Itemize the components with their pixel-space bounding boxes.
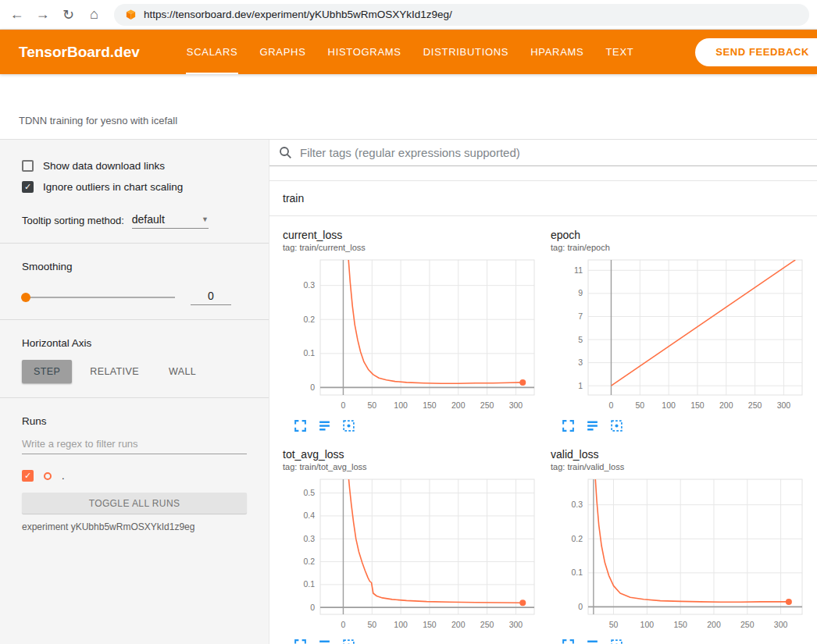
tab-hparams[interactable]: HPARAMS xyxy=(519,30,594,74)
fit-domain-icon[interactable] xyxy=(342,419,355,432)
section-header-train[interactable]: train xyxy=(269,180,817,216)
horizontal-axis-label: Horizontal Axis xyxy=(22,337,247,349)
fit-domain-icon[interactable] xyxy=(610,639,623,644)
haxis-wall-button[interactable]: WALL xyxy=(157,360,208,383)
send-feedback-button[interactable]: SEND FEEDBACK xyxy=(695,38,817,66)
run-row[interactable]: . xyxy=(22,470,247,482)
horizontal-axis-buttons: STEPRELATIVEWALL xyxy=(22,360,247,383)
tooltip-sorting-select[interactable]: default ▼ xyxy=(132,213,209,229)
haxis-step-button[interactable]: STEP xyxy=(22,360,72,383)
browser-toolbar: ← → ↻ ⌂ https://tensorboard.dev/experime… xyxy=(0,0,817,30)
run-name: . xyxy=(62,470,65,482)
svg-text:200: 200 xyxy=(451,400,466,410)
toggle-yaxis-icon[interactable] xyxy=(586,639,599,644)
svg-text:0.3: 0.3 xyxy=(303,280,315,290)
smoothing-value-input[interactable]: 0 xyxy=(191,290,231,305)
svg-text:0: 0 xyxy=(341,400,346,410)
svg-text:11: 11 xyxy=(574,265,583,275)
browser-forward-icon[interactable]: → xyxy=(30,2,55,27)
smoothing-slider[interactable] xyxy=(22,297,175,298)
checkbox-icon xyxy=(22,181,34,193)
expand-chart-icon[interactable] xyxy=(562,419,575,432)
browser-reload-icon[interactable]: ↻ xyxy=(56,2,80,27)
chart-title: current_loss xyxy=(283,229,542,241)
svg-text:300: 300 xyxy=(509,620,523,629)
run-checkbox-icon xyxy=(22,470,34,482)
svg-text:100: 100 xyxy=(640,620,655,629)
smoothing-label: Smoothing xyxy=(22,261,247,272)
smoothing-row: 0 xyxy=(22,290,247,305)
svg-text:100: 100 xyxy=(394,620,408,629)
tab-distributions[interactable]: DISTRIBUTIONS xyxy=(412,30,520,74)
tab-scalars[interactable]: SCALARS xyxy=(176,30,249,74)
chart-title: valid_loss xyxy=(551,448,810,461)
toggle-all-runs-button[interactable]: TOGGLE ALL RUNS xyxy=(22,493,247,514)
tab-histograms[interactable]: HISTOGRAMS xyxy=(317,30,412,74)
chart-toolbar xyxy=(283,419,542,432)
svg-text:300: 300 xyxy=(777,400,791,410)
line-chart[interactable]: 0501001502002503001357911 xyxy=(551,255,810,415)
svg-text:0.2: 0.2 xyxy=(303,315,315,324)
fit-domain-icon[interactable] xyxy=(610,419,623,432)
toggle-yaxis-icon[interactable] xyxy=(318,419,331,432)
chevron-down-icon: ▼ xyxy=(202,215,209,223)
slider-thumb[interactable] xyxy=(21,293,30,302)
toggle-yaxis-icon[interactable] xyxy=(318,639,331,644)
browser-home-icon[interactable]: ⌂ xyxy=(82,2,106,27)
show-download-links-checkbox-row[interactable]: Show data download links xyxy=(22,160,247,172)
svg-text:0.2: 0.2 xyxy=(303,557,315,566)
svg-text:100: 100 xyxy=(662,400,676,410)
svg-text:150: 150 xyxy=(690,400,705,410)
experiment-id-text: experiment yKUbhb5wRmOSXYkId1z9eg xyxy=(22,521,247,532)
chart-card: current_loss tag: train/current_loss 050… xyxy=(283,229,542,432)
tab-graphs[interactable]: GRAPHS xyxy=(248,30,316,74)
svg-text:50: 50 xyxy=(635,400,644,410)
divider xyxy=(0,319,269,320)
svg-text:150: 150 xyxy=(423,400,437,410)
runs-filter-input[interactable] xyxy=(22,436,247,454)
svg-text:0.1: 0.1 xyxy=(303,579,315,589)
experiment-description-bar: TDNN training for yesno with icefall xyxy=(0,74,817,140)
tab-text[interactable]: TEXT xyxy=(594,30,644,74)
ignore-outliers-checkbox-row[interactable]: Ignore outliers in chart scaling xyxy=(22,181,247,193)
line-chart[interactable]: 05010015020025030000.10.20.3 xyxy=(283,255,542,415)
svg-text:0: 0 xyxy=(609,400,614,410)
svg-text:300: 300 xyxy=(509,400,523,410)
chart-tag: tag: train/current_loss xyxy=(283,243,542,252)
browser-back-icon[interactable]: ← xyxy=(5,2,29,27)
svg-text:5: 5 xyxy=(578,335,583,344)
app-window: ← → ↻ ⌂ https://tensorboard.dev/experime… xyxy=(0,0,817,644)
divider xyxy=(0,243,269,244)
svg-text:0.1: 0.1 xyxy=(571,568,583,577)
svg-text:50: 50 xyxy=(367,400,376,410)
chart-card: epoch tag: train/epoch 05010015020025030… xyxy=(551,229,810,432)
main-panel: train current_loss tag: train/current_lo… xyxy=(269,140,817,644)
svg-text:250: 250 xyxy=(740,620,755,629)
expand-chart-icon[interactable] xyxy=(294,419,307,432)
svg-text:0.2: 0.2 xyxy=(571,534,583,543)
svg-text:3: 3 xyxy=(578,358,583,367)
svg-text:150: 150 xyxy=(423,620,437,629)
chart-card: tot_avg_loss tag: train/tot_avg_loss 050… xyxy=(283,448,542,644)
chart-card: valid_loss tag: train/valid_loss 5010015… xyxy=(551,448,810,644)
svg-text:200: 200 xyxy=(451,620,466,629)
expand-chart-icon[interactable] xyxy=(562,639,575,644)
svg-text:250: 250 xyxy=(748,400,762,410)
settings-sidebar: Show data download links Ignore outliers… xyxy=(0,140,269,644)
expand-chart-icon[interactable] xyxy=(294,639,307,644)
svg-text:200: 200 xyxy=(719,400,733,410)
haxis-relative-button[interactable]: RELATIVE xyxy=(78,360,151,383)
experiment-description: TDNN training for yesno with icefall xyxy=(19,115,177,126)
svg-text:7: 7 xyxy=(578,311,583,321)
line-chart[interactable]: 5010015020025030000.10.20.3 xyxy=(551,475,810,635)
filter-tags-input[interactable] xyxy=(300,146,817,159)
address-bar[interactable]: https://tensorboard.dev/experiment/yKUbh… xyxy=(114,4,809,26)
svg-text:0.3: 0.3 xyxy=(571,500,583,509)
svg-text:0.3: 0.3 xyxy=(303,534,315,543)
tooltip-sorting-label: Tooltip sorting method: xyxy=(22,215,124,229)
search-icon xyxy=(279,146,292,159)
svg-text:0.1: 0.1 xyxy=(303,348,315,358)
fit-domain-icon[interactable] xyxy=(342,639,355,644)
line-chart[interactable]: 05010015020025030000.10.20.30.40.5 xyxy=(283,475,542,635)
toggle-yaxis-icon[interactable] xyxy=(586,419,599,432)
